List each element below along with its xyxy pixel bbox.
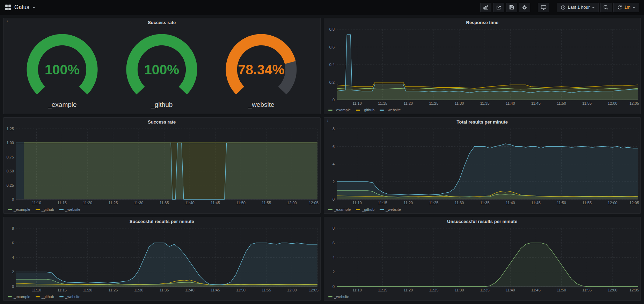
panel-total-results: i Total results per minute 0246811:1011:… bbox=[324, 117, 641, 214]
svg-text:12:05: 12:05 bbox=[309, 201, 319, 205]
response-time-chart[interactable]: 00.20.40.60.811:1011:1511:2011:2511:3011… bbox=[324, 27, 641, 106]
svg-text:8: 8 bbox=[332, 226, 334, 230]
time-range-label: Last 1 hour bbox=[568, 5, 590, 10]
legend-series-swatch bbox=[356, 209, 360, 210]
svg-text:0.2: 0.2 bbox=[329, 80, 334, 84]
svg-text:11:30: 11:30 bbox=[134, 201, 144, 205]
svg-text:4: 4 bbox=[12, 255, 14, 260]
svg-text:11:45: 11:45 bbox=[531, 201, 541, 205]
panel-title[interactable]: Successful results per minute bbox=[3, 217, 320, 226]
svg-text:12:05: 12:05 bbox=[629, 201, 639, 205]
time-range-picker-button[interactable]: Last 1 hour bbox=[557, 3, 599, 12]
caret-down-icon bbox=[32, 7, 35, 8]
legend-item-github[interactable]: _github bbox=[356, 108, 374, 112]
svg-text:11:40: 11:40 bbox=[505, 288, 515, 292]
panel-info-icon[interactable]: i bbox=[5, 19, 10, 24]
legend-item-example[interactable]: _example bbox=[8, 207, 30, 212]
legend-series-name: _example bbox=[334, 207, 351, 212]
successful-results-chart[interactable]: 0246811:1011:1511:2011:2511:3011:3511:40… bbox=[3, 226, 320, 293]
panel-info-icon[interactable]: i bbox=[325, 118, 330, 123]
dashboard-picker[interactable]: Gatus bbox=[5, 4, 35, 10]
total-results-chart[interactable]: 0246811:1011:1511:2011:2511:3011:3511:40… bbox=[324, 127, 641, 206]
svg-text:11:10: 11:10 bbox=[352, 101, 362, 105]
svg-text:11:25: 11:25 bbox=[429, 201, 438, 205]
gauge-github: 100% _github bbox=[117, 32, 206, 109]
legend-series-name: _example bbox=[14, 295, 30, 299]
legend-item-example[interactable]: _example bbox=[328, 108, 351, 112]
svg-text:11:25: 11:25 bbox=[109, 288, 118, 292]
panel-title[interactable]: Total results per minute bbox=[324, 118, 641, 127]
legend-series-name: _github bbox=[362, 207, 374, 212]
svg-text:11:20: 11:20 bbox=[83, 201, 92, 205]
gauge-website: 78.34% _website bbox=[217, 32, 306, 109]
legend-item-github[interactable]: _github bbox=[36, 295, 54, 299]
legend-series-name: _github bbox=[42, 295, 54, 299]
legend-item-website[interactable]: _website bbox=[380, 207, 401, 212]
legend-series-swatch bbox=[380, 209, 384, 210]
svg-text:8: 8 bbox=[12, 226, 14, 230]
share-dashboard-button[interactable] bbox=[493, 3, 504, 12]
svg-text:4: 4 bbox=[332, 255, 334, 260]
legend-item-website[interactable]: _website bbox=[380, 108, 401, 112]
legend-series-swatch bbox=[59, 209, 64, 210]
chart-legend: _website bbox=[324, 293, 641, 301]
gauge-row: 100% _example 100% _github 78.34% _websi… bbox=[3, 27, 320, 114]
svg-text:11:40: 11:40 bbox=[505, 201, 515, 205]
legend-item-example[interactable]: _example bbox=[8, 295, 30, 299]
legend-item-website[interactable]: _website bbox=[328, 295, 349, 299]
svg-text:11:10: 11:10 bbox=[32, 288, 41, 292]
svg-text:0.4: 0.4 bbox=[329, 62, 334, 67]
dashboard-grid: i Success rate 100% _example 100% _githu… bbox=[0, 15, 644, 304]
legend-series-swatch bbox=[328, 209, 332, 210]
panel-title[interactable]: Unsuccessful results per minute bbox=[324, 217, 641, 226]
legend-series-swatch bbox=[36, 209, 40, 210]
refresh-button[interactable]: 1m bbox=[613, 3, 639, 12]
svg-text:0: 0 bbox=[332, 197, 334, 201]
svg-text:0: 0 bbox=[332, 98, 334, 102]
cycle-view-button[interactable] bbox=[538, 3, 549, 12]
svg-text:11:25: 11:25 bbox=[429, 101, 438, 105]
svg-text:1.00: 1.00 bbox=[7, 141, 14, 145]
zoom-out-button[interactable] bbox=[600, 3, 612, 12]
svg-text:11:35: 11:35 bbox=[160, 201, 169, 205]
svg-text:11:55: 11:55 bbox=[262, 288, 271, 292]
add-panel-button[interactable] bbox=[480, 3, 491, 12]
legend-item-website[interactable]: _website bbox=[59, 295, 80, 299]
legend-series-name: _website bbox=[65, 207, 80, 212]
svg-text:11:20: 11:20 bbox=[83, 288, 92, 292]
clock-icon bbox=[561, 5, 566, 10]
svg-text:0.25: 0.25 bbox=[7, 183, 14, 187]
legend-series-name: _website bbox=[65, 295, 80, 299]
save-dashboard-button[interactable] bbox=[506, 3, 517, 12]
svg-text:12:05: 12:05 bbox=[309, 288, 319, 292]
legend-series-name: _website bbox=[334, 295, 349, 299]
legend-series-swatch bbox=[328, 296, 332, 297]
legend-item-github[interactable]: _github bbox=[36, 207, 54, 212]
caret-down-icon bbox=[592, 7, 595, 8]
legend-series-swatch bbox=[356, 110, 360, 111]
dashboard-title: Gatus bbox=[14, 4, 29, 10]
legend-series-name: _github bbox=[42, 207, 54, 212]
legend-item-example[interactable]: _example bbox=[328, 207, 351, 212]
svg-text:11:35: 11:35 bbox=[160, 288, 169, 292]
legend-item-website[interactable]: _website bbox=[59, 207, 80, 212]
dashboard-settings-button[interactable] bbox=[519, 3, 530, 12]
svg-text:11:35: 11:35 bbox=[480, 288, 489, 292]
navbar: Gatus bbox=[0, 0, 644, 15]
svg-text:11:35: 11:35 bbox=[480, 101, 489, 105]
legend-item-github[interactable]: _github bbox=[356, 207, 374, 212]
chart-legend: _example_github_website bbox=[3, 206, 320, 213]
gauge-label: _website bbox=[248, 101, 275, 109]
chart-legend: _example_github_website bbox=[324, 206, 641, 213]
legend-series-swatch bbox=[8, 209, 12, 210]
panel-title[interactable]: Success rate bbox=[3, 118, 320, 127]
svg-text:11:15: 11:15 bbox=[57, 288, 67, 292]
panel-title[interactable]: Success rate bbox=[3, 18, 320, 27]
svg-text:11:20: 11:20 bbox=[403, 201, 413, 205]
svg-text:2: 2 bbox=[332, 270, 334, 274]
success-rate-chart[interactable]: 00.250.500.751.001.2511:1011:1511:2011:2… bbox=[3, 127, 320, 206]
panel-title[interactable]: Response time bbox=[324, 18, 641, 27]
svg-text:12:05: 12:05 bbox=[629, 101, 639, 105]
unsuccessful-results-chart[interactable]: 0246811:1011:1511:2011:2511:3011:3511:40… bbox=[324, 226, 641, 293]
svg-text:6: 6 bbox=[332, 144, 334, 149]
